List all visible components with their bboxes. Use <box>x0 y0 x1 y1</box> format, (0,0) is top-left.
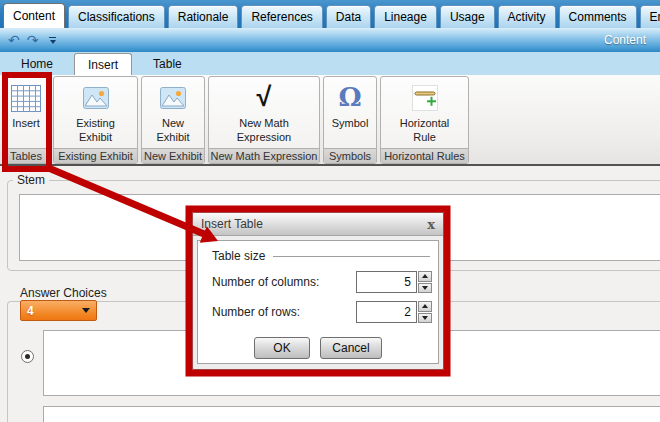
section-divider <box>273 256 430 257</box>
ribbon-group-new-exhibit: New Exhibit New Exhibit <box>141 76 205 164</box>
quick-access-toolbar: ↶ ↷ Content <box>0 28 660 52</box>
ribbon-group-horizontal-rules: Horizontal Rule Horizontal Rules <box>380 76 469 164</box>
ribbon-button-label: Horizontal Rule <box>395 117 455 145</box>
app-tab-enemies[interactable]: Enemies <box>640 5 660 28</box>
rows-spinner: 2 <box>356 301 432 323</box>
columns-spinner: 5 <box>356 271 432 293</box>
ribbon-tab-home[interactable]: Home <box>8 53 66 75</box>
ribbon-tab-table[interactable]: Table <box>140 53 195 75</box>
app-tab-data[interactable]: Data <box>326 5 371 28</box>
app-tab-lineage[interactable]: Lineage <box>374 5 437 28</box>
redo-icon[interactable]: ↷ <box>27 33 39 47</box>
app-tab-rationale[interactable]: Rationale <box>168 5 239 28</box>
existing-exhibit-button[interactable]: Existing Exhibit <box>54 77 137 148</box>
ribbon-button-label: New Math Expression <box>229 117 299 145</box>
ribbon-tab-insert[interactable]: Insert <box>74 53 132 75</box>
ribbon-button-label: Existing Exhibit <box>66 117 126 145</box>
columns-spin-down-button[interactable] <box>418 283 432 294</box>
ribbon-group-symbols: Ω Symbol Symbols <box>323 76 377 164</box>
ribbon-group-label-tables: Tables <box>3 148 49 163</box>
square-root-icon: √ <box>257 82 272 114</box>
undo-icon[interactable]: ↶ <box>8 33 20 47</box>
horizontal-rule-button[interactable]: Horizontal Rule <box>381 77 468 148</box>
ribbon-group-label-symbols: Symbols <box>324 148 376 163</box>
ribbon-group-tables: Insert Tables <box>2 76 50 164</box>
arrow-up-icon <box>422 304 428 308</box>
new-math-expression-button[interactable]: √ New Math Expression <box>209 77 319 148</box>
ribbon: Insert Tables Existing Exhibit Existing … <box>0 75 660 166</box>
app-tab-activity[interactable]: Activity <box>498 5 556 28</box>
dialog-body: Table size Number of columns: 5 Number o… <box>197 240 439 364</box>
rows-label: Number of rows: <box>212 305 300 319</box>
app-tab-classifications[interactable]: Classifications <box>68 5 165 28</box>
stem-label: Stem <box>13 173 49 187</box>
rows-spin-up-button[interactable] <box>418 301 432 312</box>
omega-icon: Ω <box>338 82 361 114</box>
answer-choices-label: Answer Choices <box>20 286 107 300</box>
answer-count-dropdown[interactable]: 4 <box>20 300 97 321</box>
columns-spin-up-button[interactable] <box>418 271 432 282</box>
table-size-section: Table size <box>212 249 430 263</box>
close-icon[interactable]: x <box>427 218 435 231</box>
ribbon-button-label: Insert <box>12 117 40 131</box>
ribbon-group-label-new-exhibit: New Exhibit <box>142 148 204 163</box>
ribbon-group-new-math-expression: √ New Math Expression New Math Expressio… <box>208 76 320 164</box>
ribbon-group-label-horizontal-rules: Horizontal Rules <box>381 148 468 163</box>
arrow-up-icon <box>422 274 428 278</box>
context-title: Content <box>604 33 646 47</box>
dialog-title: Insert Table <box>201 217 263 231</box>
insert-table-dialog: Insert Table x Table size Number of colu… <box>192 212 444 370</box>
columns-label: Number of columns: <box>212 275 319 289</box>
ribbon-tab-bar: Home Insert Table <box>0 52 660 75</box>
toolbar-customize-icon[interactable] <box>49 37 56 44</box>
app-tab-bar: Content Classifications Rationale Refere… <box>0 0 660 28</box>
ribbon-group-existing-exhibit: Existing Exhibit Existing Exhibit <box>53 76 138 164</box>
ribbon-button-label: New Exhibit <box>148 117 198 145</box>
image-icon <box>83 82 109 114</box>
table-size-label: Table size <box>212 249 265 263</box>
app-tab-comments[interactable]: Comments <box>559 5 637 28</box>
arrow-down-icon <box>422 286 428 290</box>
answer-count-value: 4 <box>27 304 34 318</box>
answer-2-textarea[interactable] <box>43 406 660 422</box>
symbol-button[interactable]: Ω Symbol <box>324 77 376 148</box>
app-tab-references[interactable]: References <box>241 5 322 28</box>
ribbon-group-label-new-math-expression: New Math Expression <box>209 148 319 163</box>
image-icon <box>160 82 186 114</box>
chevron-down-icon <box>82 308 90 313</box>
cancel-button[interactable]: Cancel <box>320 337 382 359</box>
ribbon-button-label: Symbol <box>332 117 369 131</box>
dialog-button-row: OK Cancel <box>198 337 438 359</box>
table-grid-icon <box>11 82 41 114</box>
new-exhibit-button[interactable]: New Exhibit <box>142 77 204 148</box>
ok-button[interactable]: OK <box>254 337 310 359</box>
ribbon-group-label-existing-exhibit: Existing Exhibit <box>54 148 137 163</box>
horizontal-rule-icon <box>412 82 438 114</box>
dialog-title-bar[interactable]: Insert Table x <box>193 213 443 236</box>
columns-value-field[interactable]: 5 <box>356 271 417 293</box>
answer-1-radio[interactable] <box>21 350 34 363</box>
app-tab-content[interactable]: Content <box>3 3 65 28</box>
arrow-down-icon <box>422 316 428 320</box>
rows-value-field[interactable]: 2 <box>356 301 417 323</box>
rows-spin-down-button[interactable] <box>418 313 432 324</box>
app-tab-usage[interactable]: Usage <box>440 5 495 28</box>
insert-table-button[interactable]: Insert <box>3 77 49 148</box>
